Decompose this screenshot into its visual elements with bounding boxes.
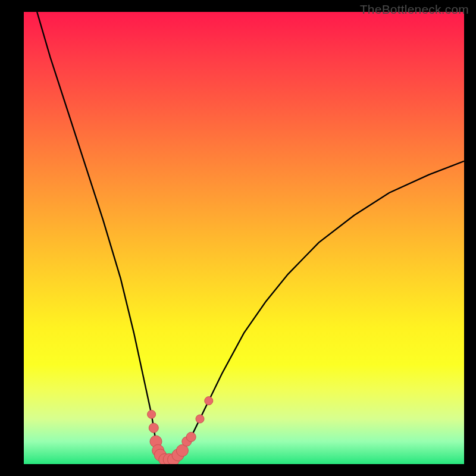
valley-markers (24, 12, 464, 464)
valley-marker (152, 444, 164, 456)
valley-marker (154, 449, 166, 461)
valley-marker (159, 453, 171, 464)
valley-marker (186, 432, 196, 441)
valley-marker (148, 410, 156, 418)
valley-marker (149, 423, 158, 433)
valley-marker (182, 437, 192, 446)
valley-marker (176, 444, 188, 456)
valley-marker (172, 449, 184, 461)
valley-marker (150, 436, 162, 447)
valley-marker (163, 453, 175, 464)
watermark-text: TheBottleneck.com (360, 2, 469, 17)
bottleneck-curve (24, 12, 464, 464)
valley-marker (205, 397, 213, 405)
plot-area (24, 12, 464, 464)
chart-frame: TheBottleneck.com (0, 0, 476, 476)
valley-marker (196, 415, 204, 423)
valley-marker (168, 453, 180, 464)
